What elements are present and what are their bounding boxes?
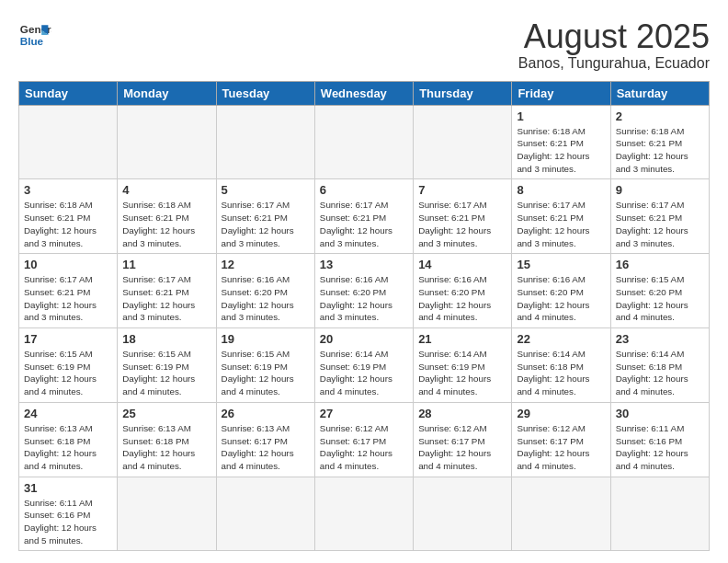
calendar-cell [118,105,216,179]
day-number: 2 [616,109,704,123]
calendar-cell: 21Sunrise: 6:14 AM Sunset: 6:19 PM Dayli… [414,328,512,403]
day-info: Sunrise: 6:15 AM Sunset: 6:20 PM Dayligh… [616,273,704,324]
calendar-cell: 1Sunrise: 6:18 AM Sunset: 6:21 PM Daylig… [512,105,610,179]
calendar-week-4: 17Sunrise: 6:15 AM Sunset: 6:19 PM Dayli… [19,328,710,403]
calendar-cell: 4Sunrise: 6:18 AM Sunset: 6:21 PM Daylig… [118,179,216,254]
day-info: Sunrise: 6:13 AM Sunset: 6:17 PM Dayligh… [222,422,310,473]
day-number: 28 [418,407,506,420]
calendar-cell: 17Sunrise: 6:15 AM Sunset: 6:19 PM Dayli… [19,328,118,403]
calendar-cell: 11Sunrise: 6:17 AM Sunset: 6:21 PM Dayli… [118,254,216,328]
day-info: Sunrise: 6:18 AM Sunset: 6:21 PM Dayligh… [616,125,704,176]
calendar-week-3: 10Sunrise: 6:17 AM Sunset: 6:21 PM Dayli… [19,254,710,328]
day-info: Sunrise: 6:12 AM Sunset: 6:17 PM Dayligh… [418,422,506,473]
day-info: Sunrise: 6:16 AM Sunset: 6:20 PM Dayligh… [517,273,605,324]
calendar-cell [314,477,413,551]
month-title: August 2025 [518,18,710,55]
day-number: 24 [24,407,112,420]
calendar-cell [19,105,118,179]
calendar-cell: 12Sunrise: 6:16 AM Sunset: 6:20 PM Dayli… [216,254,314,328]
title-block: August 2025 Banos, Tungurahua, Ecuador [518,18,710,72]
calendar-week-5: 24Sunrise: 6:13 AM Sunset: 6:18 PM Dayli… [19,402,710,477]
day-info: Sunrise: 6:16 AM Sunset: 6:20 PM Dayligh… [222,273,310,324]
day-info: Sunrise: 6:15 AM Sunset: 6:19 PM Dayligh… [122,348,210,398]
calendar-cell: 2Sunrise: 6:18 AM Sunset: 6:21 PM Daylig… [610,105,709,179]
calendar-cell: 25Sunrise: 6:13 AM Sunset: 6:18 PM Dayli… [118,402,216,477]
day-number: 17 [24,332,112,346]
weekday-header-friday: Friday [512,81,610,105]
calendar-cell: 15Sunrise: 6:16 AM Sunset: 6:20 PM Dayli… [512,254,610,328]
day-number: 30 [616,407,704,420]
calendar-week-2: 3Sunrise: 6:18 AM Sunset: 6:21 PM Daylig… [19,179,710,254]
weekday-header-wednesday: Wednesday [314,81,413,105]
weekday-header-thursday: Thursday [414,81,512,105]
day-info: Sunrise: 6:18 AM Sunset: 6:21 PM Dayligh… [517,125,605,176]
calendar-cell: 26Sunrise: 6:13 AM Sunset: 6:17 PM Dayli… [216,402,314,477]
day-info: Sunrise: 6:18 AM Sunset: 6:21 PM Dayligh… [24,199,112,249]
day-info: Sunrise: 6:15 AM Sunset: 6:19 PM Dayligh… [24,348,112,398]
day-info: Sunrise: 6:17 AM Sunset: 6:21 PM Dayligh… [122,273,210,324]
calendar-cell: 22Sunrise: 6:14 AM Sunset: 6:18 PM Dayli… [512,328,610,403]
calendar-cell: 23Sunrise: 6:14 AM Sunset: 6:18 PM Dayli… [610,328,709,403]
day-info: Sunrise: 6:18 AM Sunset: 6:21 PM Dayligh… [122,199,210,249]
day-number: 9 [616,183,704,197]
logo: General Blue [18,18,51,52]
day-info: Sunrise: 6:17 AM Sunset: 6:21 PM Dayligh… [517,199,605,249]
calendar-cell [314,105,413,179]
svg-text:Blue: Blue [20,35,44,47]
location-subtitle: Banos, Tungurahua, Ecuador [518,55,710,72]
calendar-cell: 6Sunrise: 6:17 AM Sunset: 6:21 PM Daylig… [314,179,413,254]
day-number: 11 [122,258,210,271]
weekday-header-saturday: Saturday [610,81,709,105]
calendar-cell: 30Sunrise: 6:11 AM Sunset: 6:16 PM Dayli… [610,402,709,477]
day-number: 10 [24,258,112,271]
calendar-cell: 18Sunrise: 6:15 AM Sunset: 6:19 PM Dayli… [118,328,216,403]
calendar-cell: 16Sunrise: 6:15 AM Sunset: 6:20 PM Dayli… [610,254,709,328]
day-number: 1 [517,109,605,123]
calendar-cell: 14Sunrise: 6:16 AM Sunset: 6:20 PM Dayli… [414,254,512,328]
day-number: 15 [517,258,605,271]
day-info: Sunrise: 6:11 AM Sunset: 6:16 PM Dayligh… [24,497,112,547]
day-number: 19 [222,332,310,346]
day-number: 7 [418,183,506,197]
weekday-header-monday: Monday [118,81,216,105]
calendar-cell: 20Sunrise: 6:14 AM Sunset: 6:19 PM Dayli… [314,328,413,403]
calendar-cell [216,477,314,551]
calendar-table: SundayMondayTuesdayWednesdayThursdayFrid… [18,81,710,552]
calendar-cell [512,477,610,551]
page-header: General Blue August 2025 Banos, Tungurah… [18,18,710,72]
day-number: 5 [222,183,310,197]
calendar-week-6: 31Sunrise: 6:11 AM Sunset: 6:16 PM Dayli… [19,477,710,551]
day-info: Sunrise: 6:15 AM Sunset: 6:19 PM Dayligh… [222,348,310,398]
calendar-cell: 27Sunrise: 6:12 AM Sunset: 6:17 PM Dayli… [314,402,413,477]
calendar-cell [216,105,314,179]
weekday-header-sunday: Sunday [19,81,118,105]
calendar-cell: 10Sunrise: 6:17 AM Sunset: 6:21 PM Dayli… [19,254,118,328]
calendar-cell: 9Sunrise: 6:17 AM Sunset: 6:21 PM Daylig… [610,179,709,254]
day-number: 23 [616,332,704,346]
day-number: 8 [517,183,605,197]
calendar-cell: 8Sunrise: 6:17 AM Sunset: 6:21 PM Daylig… [512,179,610,254]
day-number: 14 [418,258,506,271]
day-info: Sunrise: 6:17 AM Sunset: 6:21 PM Dayligh… [320,199,408,249]
weekday-header-row: SundayMondayTuesdayWednesdayThursdayFrid… [19,81,710,105]
day-number: 3 [24,183,112,197]
calendar-cell: 31Sunrise: 6:11 AM Sunset: 6:16 PM Dayli… [19,477,118,551]
calendar-cell [414,105,512,179]
day-info: Sunrise: 6:13 AM Sunset: 6:18 PM Dayligh… [24,422,112,473]
day-info: Sunrise: 6:14 AM Sunset: 6:18 PM Dayligh… [517,348,605,398]
day-info: Sunrise: 6:17 AM Sunset: 6:21 PM Dayligh… [616,199,704,249]
calendar-cell [118,477,216,551]
calendar-cell: 29Sunrise: 6:12 AM Sunset: 6:17 PM Dayli… [512,402,610,477]
day-number: 21 [418,332,506,346]
calendar-week-1: 1Sunrise: 6:18 AM Sunset: 6:21 PM Daylig… [19,105,710,179]
calendar-cell: 3Sunrise: 6:18 AM Sunset: 6:21 PM Daylig… [19,179,118,254]
day-info: Sunrise: 6:12 AM Sunset: 6:17 PM Dayligh… [320,422,408,473]
day-info: Sunrise: 6:16 AM Sunset: 6:20 PM Dayligh… [418,273,506,324]
day-info: Sunrise: 6:17 AM Sunset: 6:21 PM Dayligh… [24,273,112,324]
day-info: Sunrise: 6:11 AM Sunset: 6:16 PM Dayligh… [616,422,704,473]
calendar-cell: 19Sunrise: 6:15 AM Sunset: 6:19 PM Dayli… [216,328,314,403]
day-info: Sunrise: 6:14 AM Sunset: 6:19 PM Dayligh… [320,348,408,398]
day-number: 29 [517,407,605,420]
day-number: 31 [24,481,112,495]
calendar-cell: 7Sunrise: 6:17 AM Sunset: 6:21 PM Daylig… [414,179,512,254]
